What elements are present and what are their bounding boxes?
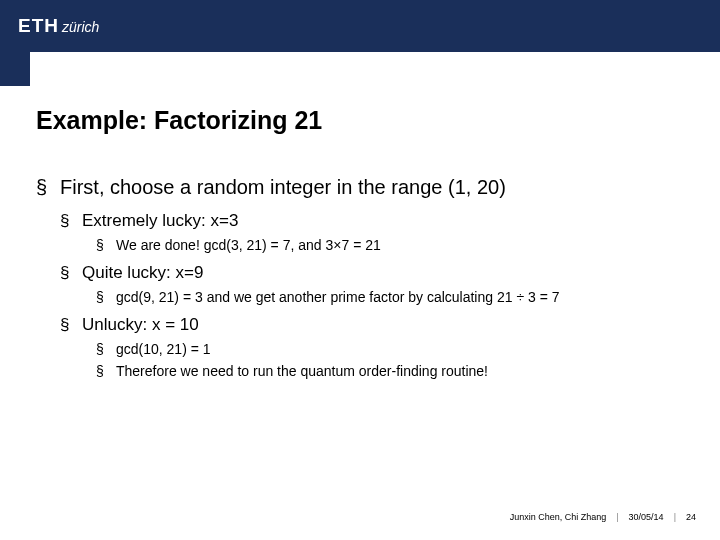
side-accent-block [0,52,30,86]
bullet-level2: Unlucky: x = 10 [60,315,702,335]
bullet-level1: First, choose a random integer in the ra… [36,176,702,199]
eth-logo: ETH zürich [18,15,99,37]
bullet-level2: Extremely lucky: x=3 [60,211,702,231]
footer-page-number: 24 [686,512,696,522]
logo-zurich-text: zürich [62,19,99,35]
footer-separator: | [674,512,676,522]
footer-date: 30/05/14 [629,512,664,522]
bullet-level3: gcd(9, 21) = 3 and we get another prime … [96,289,702,305]
footer-separator: | [616,512,618,522]
slide-content: First, choose a random integer in the ra… [36,176,702,383]
bullet-level3: Therefore we need to run the quantum ord… [96,363,702,379]
bullet-level2: Quite lucky: x=9 [60,263,702,283]
slide-title: Example: Factorizing 21 [36,106,322,135]
bullet-level3: gcd(10, 21) = 1 [96,341,702,357]
bullet-level3: We are done! gcd(3, 21) = 7, and 3×7 = 2… [96,237,702,253]
logo-eth-text: ETH [18,15,59,37]
slide-footer: Junxin Chen, Chi Zhang | 30/05/14 | 24 [510,512,696,522]
header-bar: ETH zürich [0,0,720,52]
footer-authors: Junxin Chen, Chi Zhang [510,512,607,522]
